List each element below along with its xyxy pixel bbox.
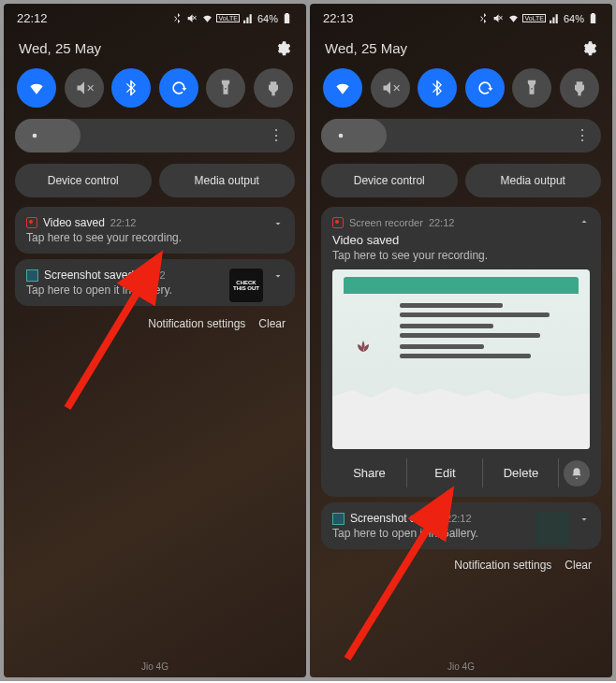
app-name: Screen recorder bbox=[349, 217, 423, 228]
notification-video-saved[interactable]: Video saved 22:12 Tap here to see your r… bbox=[15, 207, 295, 254]
qs-wifi[interactable] bbox=[323, 68, 362, 108]
qs-power[interactable] bbox=[560, 68, 599, 108]
qs-rotate[interactable] bbox=[465, 68, 505, 108]
clear-button[interactable]: Clear bbox=[258, 317, 286, 330]
signal-icon bbox=[242, 12, 255, 24]
status-icons: VoLTE 64% bbox=[171, 12, 293, 24]
mute-icon bbox=[492, 12, 505, 24]
wifi-icon bbox=[201, 12, 213, 24]
clock: 22:12 bbox=[17, 11, 48, 25]
screenshot-thumbnail bbox=[535, 512, 569, 545]
phone-left: 22:12 VoLTE 64% Wed, 25 May ⋮ bbox=[4, 4, 306, 677]
media-output-button[interactable]: Media output bbox=[159, 164, 296, 197]
notif-time: 22:12 bbox=[139, 269, 166, 281]
date-label: Wed, 25 May bbox=[325, 40, 407, 56]
wifi-icon bbox=[507, 12, 520, 24]
recorder-icon bbox=[26, 217, 37, 228]
carrier-label: Jio 4G bbox=[4, 661, 306, 672]
qs-flashlight[interactable] bbox=[206, 68, 245, 108]
chevron-down-icon[interactable] bbox=[579, 514, 590, 528]
battery-text: 64% bbox=[564, 13, 584, 24]
notification-settings-button[interactable]: Notification settings bbox=[148, 317, 245, 330]
screenshot-icon bbox=[26, 269, 38, 282]
clear-button[interactable]: Clear bbox=[565, 559, 592, 572]
notification-actions: Share Edit Delete bbox=[332, 458, 590, 487]
notification-screenshot-saved[interactable]: Screenshot saved 22:12 Tap here to open … bbox=[15, 259, 295, 306]
chevron-down-icon[interactable] bbox=[272, 218, 284, 232]
signal-icon bbox=[549, 12, 561, 24]
date-label: Wed, 25 May bbox=[19, 40, 101, 56]
svg-point-2 bbox=[339, 134, 344, 138]
notification-bell-button[interactable] bbox=[564, 460, 590, 487]
mute-icon bbox=[186, 12, 198, 24]
volte-badge: VoLTE bbox=[522, 14, 546, 22]
qs-flashlight[interactable] bbox=[512, 68, 551, 108]
qs-power[interactable] bbox=[254, 68, 293, 108]
qs-bluetooth[interactable] bbox=[418, 68, 457, 108]
qs-sound[interactable] bbox=[371, 68, 410, 108]
status-bar: 22:12 VoLTE 64% bbox=[4, 4, 306, 33]
notif-subtitle: Tap here to see your recording. bbox=[332, 249, 590, 262]
media-output-button[interactable]: Media output bbox=[465, 164, 602, 197]
qs-rotate[interactable] bbox=[159, 68, 198, 108]
qs-sound[interactable] bbox=[65, 68, 104, 108]
battery-icon bbox=[281, 12, 293, 24]
quick-settings bbox=[15, 68, 295, 119]
notif-title: Screenshot saved bbox=[44, 269, 134, 282]
phone-right: 22:13 VoLTE 64% Wed, 25 May ⋮ bbox=[310, 4, 612, 677]
notification-video-saved-expanded[interactable]: Screen recorder 22:12 Video saved Tap he… bbox=[321, 207, 601, 497]
status-bar: 22:13 VoLTE 64% bbox=[310, 4, 612, 33]
status-icons: VoLTE 64% bbox=[477, 12, 599, 24]
carrier-label: Jio 4G bbox=[310, 661, 612, 672]
notification-settings-button[interactable]: Notification settings bbox=[454, 559, 551, 572]
bluetooth-icon bbox=[171, 12, 183, 24]
qs-wifi[interactable] bbox=[17, 68, 56, 108]
bluetooth-icon bbox=[477, 12, 490, 24]
quick-settings bbox=[321, 68, 601, 119]
device-control-button[interactable]: Device control bbox=[321, 164, 458, 197]
chevron-down-icon[interactable] bbox=[272, 270, 284, 284]
device-control-button[interactable]: Device control bbox=[15, 164, 152, 197]
svg-point-0 bbox=[33, 134, 37, 138]
clock: 22:13 bbox=[323, 11, 354, 25]
screenshot-thumbnail: CHECK THIS OUT bbox=[229, 269, 263, 302]
screenshot-icon bbox=[332, 513, 345, 525]
delete-button[interactable]: Delete bbox=[484, 458, 559, 487]
notif-time: 22:12 bbox=[429, 217, 455, 228]
battery-text: 64% bbox=[257, 13, 278, 24]
brightness-slider[interactable]: ⋮ bbox=[321, 119, 601, 153]
gear-icon[interactable] bbox=[272, 38, 291, 57]
notif-time: 22:12 bbox=[446, 513, 472, 524]
video-preview[interactable] bbox=[332, 269, 590, 449]
lotus-icon bbox=[349, 339, 377, 361]
battery-icon bbox=[587, 12, 599, 24]
edit-button[interactable]: Edit bbox=[408, 458, 483, 487]
notif-title: Video saved bbox=[332, 233, 590, 247]
notif-time: 22:12 bbox=[110, 217, 137, 228]
sun-icon bbox=[334, 129, 347, 142]
gear-icon[interactable] bbox=[579, 38, 597, 57]
recorder-icon bbox=[332, 217, 344, 228]
chevron-up-icon[interactable] bbox=[579, 216, 590, 229]
volte-badge: VoLTE bbox=[216, 14, 240, 22]
share-button[interactable]: Share bbox=[332, 458, 407, 487]
brightness-slider[interactable]: ⋮ bbox=[15, 119, 295, 153]
sun-icon bbox=[28, 129, 41, 142]
notif-title: Screenshot saved bbox=[350, 512, 440, 525]
notif-title: Video saved bbox=[43, 216, 105, 229]
notif-subtitle: Tap here to see your recording. bbox=[26, 231, 284, 244]
qs-bluetooth[interactable] bbox=[111, 68, 151, 108]
notification-screenshot-saved[interactable]: Screenshot saved 22:12 Tap here to open … bbox=[321, 502, 601, 549]
